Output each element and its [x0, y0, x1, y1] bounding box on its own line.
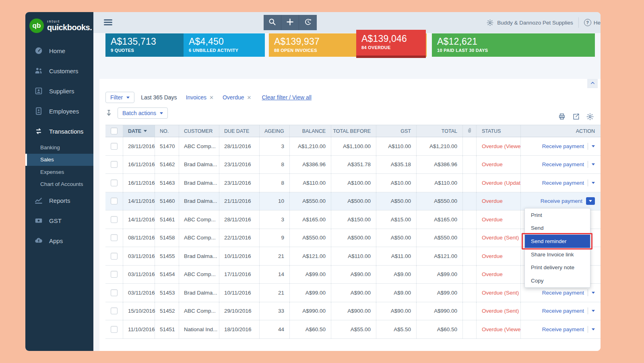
money-bar-unbilled[interactable]: A$4,450 6 UNBILLED ACTIVITY: [184, 33, 265, 57]
help-icon[interactable]: ?: [584, 19, 591, 26]
row-checkbox[interactable]: [111, 289, 118, 296]
cell-date: 03/11/2016: [123, 284, 155, 302]
row-checkbox[interactable]: [111, 326, 118, 333]
table-row[interactable]: 28/11/2016 51470 ABC Comp... 28/11/2016 …: [105, 137, 601, 156]
cell-ageing: 3: [260, 210, 290, 229]
money-bar-overdue[interactable]: A$139,046 84 OVERDUE: [356, 30, 426, 58]
action-dropdown-caret[interactable]: [592, 145, 595, 147]
column-header-total[interactable]: TOTAL: [417, 125, 463, 137]
unbilled-amount: A$4,450: [189, 36, 265, 47]
menu-item-print[interactable]: Print: [525, 208, 590, 222]
column-header-date[interactable]: DATE: [123, 125, 155, 137]
print-icon[interactable]: [558, 113, 566, 122]
sidebar-item-transactions[interactable]: Transactions: [25, 121, 93, 141]
filter-button[interactable]: Filter: [105, 92, 134, 103]
row-checkbox[interactable]: [111, 179, 118, 186]
receive-payment-link[interactable]: Receive payment: [542, 308, 584, 314]
sort-download-icon[interactable]: [104, 109, 113, 118]
cell-gst: A$9.00: [376, 284, 417, 302]
cell-due-date: 18/10/2016: [219, 320, 260, 338]
column-header-balance[interactable]: BALANCE: [290, 125, 331, 137]
sidebar-subitem-sales[interactable]: Sales: [25, 154, 93, 166]
company-gear-icon[interactable]: [486, 19, 494, 27]
sidebar-item-reports[interactable]: Reports: [25, 190, 93, 210]
gst-icon: [34, 216, 43, 225]
receive-payment-link[interactable]: Receive payment: [542, 290, 584, 296]
close-icon[interactable]: ✕: [209, 95, 214, 101]
table-row[interactable]: 15/10/2016 51452 ABC Comp... 29/10/2016 …: [105, 302, 601, 321]
row-checkbox[interactable]: [111, 143, 118, 150]
column-header-due-date[interactable]: DUE DATE: [219, 125, 260, 137]
receive-payment-link[interactable]: Receive payment: [542, 161, 584, 167]
action-divider: [588, 326, 588, 333]
action-dropdown-caret[interactable]: [592, 328, 595, 330]
cell-customer: National Ind...: [179, 320, 219, 338]
action-dropdown-caret[interactable]: [592, 292, 595, 294]
menu-item-send[interactable]: Send: [525, 222, 590, 235]
cell-action: Receive payment: [521, 192, 601, 210]
sidebar-item-suppliers[interactable]: Suppliers: [25, 81, 93, 101]
cell-action: Receive payment: [521, 320, 601, 338]
receive-payment-link[interactable]: Receive payment: [541, 198, 582, 204]
column-header-ageing[interactable]: AGEING: [260, 125, 290, 137]
money-bar-paid[interactable]: A$12,621 10 PAID LAST 30 DAYS: [432, 33, 595, 57]
clear-filter-link[interactable]: Clear filter / View all: [262, 94, 312, 101]
menu-item-copy[interactable]: Copy: [525, 274, 590, 287]
action-dropdown-caret[interactable]: [592, 310, 595, 312]
row-checkbox[interactable]: [111, 253, 118, 260]
column-header-total-before[interactable]: TOTAL BEFORE: [331, 125, 376, 137]
column-header-action[interactable]: ACTION: [521, 125, 601, 137]
sidebar-subitem-expenses[interactable]: Expenses: [25, 166, 93, 178]
collapse-money-bar-button[interactable]: [587, 79, 598, 88]
table-row[interactable]: 16/11/2016 51463 Brad Dalma... 23/11/201…: [105, 174, 601, 192]
table-row[interactable]: 11/10/2016 51451 National Ind... 18/10/2…: [105, 320, 601, 339]
sidebar-item-gst[interactable]: GST: [25, 210, 93, 231]
action-dropdown-caret[interactable]: [586, 197, 595, 205]
row-checkbox[interactable]: [111, 216, 118, 223]
table-row[interactable]: 16/11/2016 51462 Brad Dalma... 23/11/201…: [105, 156, 601, 174]
recent-transactions-button[interactable]: [299, 15, 317, 30]
column-header-gst[interactable]: GST: [376, 125, 417, 137]
sidebar-item-home[interactable]: Home: [25, 41, 93, 61]
receive-payment-link[interactable]: Receive payment: [542, 326, 584, 332]
sidebar-subitem-chart-of-accounts[interactable]: Chart of Accounts: [25, 178, 93, 191]
sidebar-item-employees[interactable]: Employees: [25, 101, 93, 121]
menu-item-print-delivery-note[interactable]: Print delivery note: [525, 261, 590, 274]
select-all-checkbox[interactable]: [111, 128, 118, 134]
row-checkbox[interactable]: [111, 198, 118, 204]
help-label[interactable]: He: [594, 20, 601, 26]
search-button[interactable]: [264, 15, 281, 30]
sidebar-item-apps[interactable]: Apps: [25, 231, 93, 251]
menu-item-share-invoice-link[interactable]: Share Invoice link: [525, 248, 590, 261]
cell-balance: A$165.00: [290, 210, 331, 229]
menu-item-send-reminder[interactable]: Send reminder: [525, 235, 590, 248]
row-checkbox[interactable]: [111, 234, 118, 241]
create-new-button[interactable]: [281, 15, 299, 30]
company-name[interactable]: Buddy & Dannozo Pet Supplies: [497, 20, 573, 26]
action-dropdown-caret[interactable]: [592, 163, 595, 165]
row-checkbox[interactable]: [111, 307, 118, 314]
date-range-label: Last 365 Days: [141, 94, 177, 101]
filter-chip-invoices[interactable]: Invoices ✕: [186, 94, 214, 101]
close-icon[interactable]: ✕: [247, 95, 252, 101]
column-header-customer[interactable]: CUSTOMER: [179, 125, 219, 137]
column-header-status[interactable]: STATUS: [477, 125, 521, 137]
table-settings-gear-icon[interactable]: [586, 113, 594, 122]
export-icon[interactable]: [572, 113, 580, 122]
receive-payment-link[interactable]: Receive payment: [542, 180, 584, 186]
receive-payment-link[interactable]: Receive payment: [542, 143, 584, 149]
row-checkbox[interactable]: [111, 161, 118, 168]
cell-ageing: 21: [260, 284, 290, 302]
hamburger-menu-icon[interactable]: [104, 19, 112, 25]
column-header-attachment[interactable]: [463, 125, 477, 137]
column-header-no[interactable]: NO.: [155, 125, 179, 137]
cell-ageing: 10: [260, 192, 290, 210]
action-dropdown-caret[interactable]: [592, 182, 595, 184]
money-bar-quotes[interactable]: A$135,713 9 QUOTES: [105, 33, 184, 57]
batch-actions-button[interactable]: Batch actions: [118, 107, 168, 119]
sidebar-item-customers[interactable]: Customers: [25, 61, 93, 81]
filter-chip-overdue[interactable]: Overdue ✕: [223, 94, 252, 101]
cell-attachment: [463, 137, 477, 155]
sidebar-subitem-banking[interactable]: Banking: [25, 141, 93, 154]
row-checkbox[interactable]: [111, 271, 118, 278]
